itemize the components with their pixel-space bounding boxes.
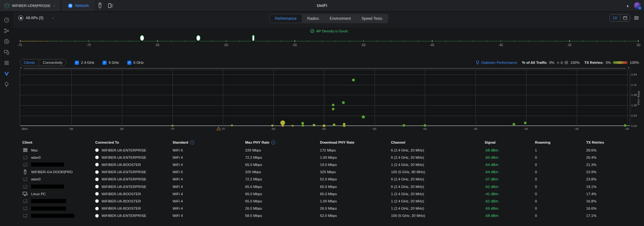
ruler-tick bbox=[239, 40, 240, 42]
sidebar-item-client-devices[interactable] bbox=[0, 47, 13, 58]
scatter-point[interactable] bbox=[403, 124, 405, 127]
max-phy-cell: 58.5 Mbps bbox=[245, 214, 320, 218]
info-icon[interactable]: i bbox=[271, 141, 275, 145]
table-row[interactable]: MacWiFiBER-U6-ENTERPRISEWiFi 6229 Mbps17… bbox=[13, 146, 644, 154]
scatter-point[interactable] bbox=[282, 124, 284, 127]
tx-legend-label: TX Retries: bbox=[584, 61, 603, 64]
column-header-standard: Standardi bbox=[173, 141, 245, 145]
tab-environment[interactable]: Environment bbox=[324, 14, 356, 23]
standard-cell: WiFi 6 bbox=[173, 148, 245, 152]
sidebar-item-dashboard[interactable] bbox=[0, 15, 13, 25]
standard-cell: WiFi 4 bbox=[173, 177, 245, 181]
tx-retries-cell: 28.6% bbox=[586, 148, 644, 152]
scroll-left-icon[interactable]: ◂ bbox=[20, 66, 21, 69]
client-name-redacted bbox=[31, 207, 66, 211]
scatter-point[interactable] bbox=[313, 124, 315, 126]
info-icon[interactable]: i bbox=[190, 141, 194, 145]
table-row[interactable]: wlan0WiFiBER-U6-ENTERPRISEWiFi 472.2 Mbp… bbox=[13, 154, 644, 161]
scrollbar-track[interactable] bbox=[24, 68, 626, 69]
table-row[interactable]: wlan0WiFiBER-U6-ENTERPRISEWiFi 472.2 Mbp… bbox=[13, 176, 644, 183]
roaming-cell: 0 bbox=[535, 163, 586, 167]
client-device-icon bbox=[22, 199, 28, 203]
filter-sliders-icon[interactable] bbox=[634, 16, 639, 20]
table-row[interactable]: WiFiBER-U6-BOOSTERWiFi 426.0 Mbps26.0 Mb… bbox=[13, 205, 644, 212]
traffic-size-dots bbox=[557, 61, 568, 64]
client-name-redacted bbox=[31, 163, 64, 167]
scatter-point[interactable] bbox=[513, 123, 515, 125]
table-row[interactable]: WiFiBER-U6-BOOSTERWiFi 465.0 Mbps1.00 Mb… bbox=[13, 197, 644, 205]
ruler-tick bbox=[20, 40, 20, 42]
table-row[interactable]: WiFiBER-G4-DOOR|PROWiFiBER-U6-ENTERPRISE… bbox=[13, 168, 644, 176]
site-selector[interactable]: WiFiBER-UDM|PRO|SE ⌄ bbox=[0, 0, 61, 11]
column-header-download-phy-rate: Download PHY Rate bbox=[320, 141, 391, 144]
channel-cell: 1 (2.4 GHz, 20 MHz) bbox=[391, 199, 485, 203]
tx-retries-cell: 16.6% bbox=[586, 207, 644, 210]
ap-marker[interactable] bbox=[140, 35, 145, 41]
gridline-vertical bbox=[71, 70, 72, 126]
table-row[interactable]: WiFiBER-U6-ENTERPRISEWiFi 465.0 Mbps65.0… bbox=[13, 183, 644, 190]
sidebar-item-unifi-devices[interactable] bbox=[0, 36, 13, 47]
client-cell: wlan0 bbox=[22, 177, 95, 181]
chart-scrollbar[interactable]: ◂ ▸ bbox=[20, 67, 630, 69]
gridline-vertical bbox=[375, 70, 375, 126]
view-option-connectivity[interactable]: Connectivity bbox=[39, 59, 66, 66]
band-filter-6-ghz[interactable]: ✓6 GHz bbox=[127, 61, 144, 65]
ruler-tick-label: -70 bbox=[86, 43, 91, 47]
talk-app-icon[interactable] bbox=[105, 0, 116, 11]
tab-radios[interactable]: Radios bbox=[302, 14, 324, 23]
app-tab-network[interactable]: Network bbox=[62, 0, 95, 11]
signal-cell: -64 dBm bbox=[485, 163, 535, 167]
signal-cell: -58 dBm bbox=[485, 148, 535, 152]
scatter-point[interactable] bbox=[332, 104, 334, 106]
scroll-right-icon[interactable]: ▸ bbox=[628, 66, 630, 69]
scatter-point[interactable] bbox=[231, 124, 233, 126]
calendar-icon[interactable] bbox=[620, 14, 630, 21]
scatter-point[interactable] bbox=[172, 125, 173, 127]
scatter-point[interactable] bbox=[292, 125, 294, 127]
scatter-point[interactable] bbox=[352, 79, 355, 81]
sidebar-item-insights[interactable] bbox=[0, 58, 13, 68]
table-row[interactable]: WiFiBER-U6-BOOSTERWiFi 465.0 Mbps19.0 Mb… bbox=[13, 161, 644, 168]
tab-performance[interactable]: Performance bbox=[270, 14, 302, 23]
scatter-point[interactable] bbox=[362, 115, 365, 119]
scatter-point[interactable] bbox=[624, 124, 626, 127]
filter-row: ClientsConnectivity ✓2.4 GHz✓5 GHz✓6 GHz… bbox=[20, 58, 639, 67]
download-phy-cell: 1.00 Mbps bbox=[320, 199, 391, 203]
client-monitor-icon bbox=[22, 192, 28, 196]
x-tick-label: -50 bbox=[423, 127, 427, 130]
scatter-point[interactable] bbox=[424, 124, 426, 127]
view-option-clients[interactable]: Clients bbox=[20, 59, 39, 66]
table-row[interactable]: Linux PCWiFiBER-U6-BOOSTERWiFi 465.0 Mbp… bbox=[13, 190, 644, 197]
signal-cell: -62 dBm bbox=[485, 185, 535, 189]
ruler-tick bbox=[638, 40, 639, 42]
optimize-performance-button[interactable]: Optimize Performance bbox=[476, 60, 517, 65]
account-avatar[interactable] bbox=[634, 2, 641, 9]
scatter-point[interactable] bbox=[342, 101, 345, 104]
ruler-tick bbox=[363, 40, 364, 42]
scatter-point[interactable] bbox=[332, 108, 334, 110]
column-header-max-phy-rate: Max PHY Ratei bbox=[245, 141, 320, 145]
ap-marker[interactable] bbox=[252, 35, 255, 41]
x-tick-label: -35 bbox=[574, 127, 579, 130]
traffic-legend-label: % of All Traffic bbox=[522, 61, 547, 64]
tab-speed-tests[interactable]: Speed Tests bbox=[356, 14, 388, 23]
column-header-tx-retries: TX Retries bbox=[586, 141, 644, 144]
ap-selector[interactable]: All APs (3) ⌄ bbox=[18, 15, 54, 20]
band-filter-5-ghz[interactable]: ✓5 GHz bbox=[102, 61, 119, 65]
scatter-point[interactable] bbox=[524, 122, 526, 124]
table-row[interactable]: WiFiBER-U6-ENTERPRISEWiFi 458.5 Mbps52.0… bbox=[13, 212, 644, 219]
size-dot-small bbox=[557, 62, 559, 64]
scatter-point[interactable] bbox=[323, 124, 325, 127]
scatter-point[interactable] bbox=[343, 124, 345, 127]
protect-app-icon[interactable] bbox=[95, 0, 105, 11]
theme-toggle-icon[interactable]: ◐ bbox=[627, 3, 630, 8]
sidebar-item-topology[interactable] bbox=[0, 25, 13, 36]
download-phy-cell: 1.00 Mbps bbox=[320, 156, 391, 159]
time-range-button[interactable]: 1D bbox=[610, 15, 620, 21]
scatter-point[interactable] bbox=[302, 124, 304, 127]
scatter-point[interactable] bbox=[271, 124, 273, 127]
ap-marker[interactable] bbox=[196, 35, 201, 41]
band-filter-2-4-ghz[interactable]: ✓2.4 GHz bbox=[75, 61, 94, 65]
ruler-tick bbox=[377, 40, 377, 42]
ruler-tick-label: -75 bbox=[18, 43, 22, 47]
